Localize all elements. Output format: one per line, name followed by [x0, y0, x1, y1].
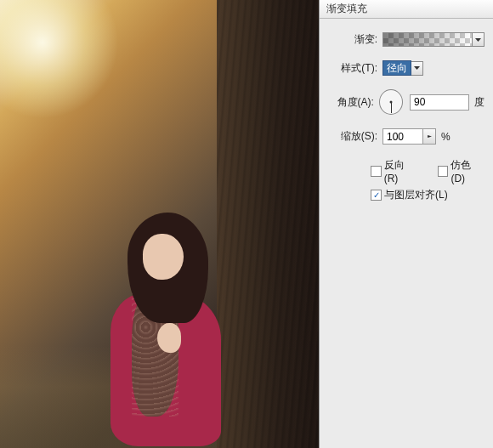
- scale-row: 缩放(S): %: [328, 128, 484, 145]
- gradient-dropdown[interactable]: [473, 32, 484, 47]
- style-value: 径向: [387, 61, 407, 76]
- angle-dial[interactable]: [379, 89, 403, 115]
- gradient-swatch[interactable]: [382, 32, 473, 47]
- scale-label: 缩放(S):: [328, 129, 377, 144]
- style-dropdown[interactable]: [411, 61, 423, 76]
- gradient-row: 渐变:: [328, 32, 484, 47]
- caret-right-icon: [428, 135, 432, 138]
- dither-checkbox[interactable]: [438, 166, 449, 177]
- chevron-down-icon: [475, 38, 481, 42]
- check-row-2: 与图层对齐(L): [371, 188, 484, 202]
- reverse-checkbox[interactable]: [371, 166, 382, 177]
- align-label: 与图层对齐(L): [384, 188, 448, 202]
- dialog-titlebar: 渐变填充: [320, 0, 493, 19]
- photo-tree: [217, 0, 319, 448]
- gradient-label: 渐变:: [328, 32, 377, 47]
- scale-input[interactable]: [382, 128, 423, 145]
- dither-label: 仿色(D): [450, 158, 484, 184]
- photo-person: [110, 213, 230, 448]
- gradient-fill-dialog: 渐变填充 渐变: 样式(T): 径向 角度(A): 度 缩放(S):: [319, 0, 493, 448]
- photo-face: [143, 234, 184, 280]
- align-checkbox[interactable]: [371, 190, 382, 201]
- angle-label: 角度(A):: [328, 95, 374, 110]
- style-label: 样式(T):: [328, 61, 377, 76]
- angle-unit: 度: [474, 95, 484, 110]
- check-row-1: 反向(R) 仿色(D): [371, 158, 484, 184]
- angle-row: 角度(A): 度: [328, 89, 484, 115]
- photo-preview: [0, 0, 319, 448]
- reverse-label: 反向(R): [384, 158, 418, 184]
- style-row: 样式(T): 径向: [328, 60, 484, 76]
- scale-spinner[interactable]: [423, 128, 436, 145]
- checkbox-group: 反向(R) 仿色(D) 与图层对齐(L): [328, 158, 484, 202]
- chevron-down-icon: [414, 66, 420, 70]
- angle-input[interactable]: [410, 94, 469, 111]
- dialog-title: 渐变填充: [326, 2, 367, 16]
- photo-hand: [157, 323, 181, 353]
- style-select[interactable]: 径向: [382, 60, 411, 76]
- scale-unit: %: [441, 131, 450, 143]
- dialog-body: 渐变: 样式(T): 径向 角度(A): 度 缩放(S):: [320, 19, 493, 219]
